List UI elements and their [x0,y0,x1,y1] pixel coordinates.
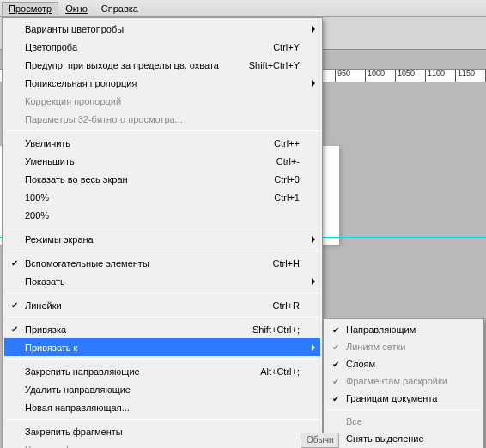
menu-actual-pixels[interactable]: 100%Ctrl+1 [4,188,320,206]
check-icon: ✔ [331,394,341,403]
check-icon: ✔ [331,377,341,386]
menu-pixel-aspect[interactable]: Попиксельная пропорция [4,74,320,92]
menubar: Просмотр Окно Справка [0,0,486,17]
shortcut-text: Ctrl++ [274,138,300,148]
menu-show[interactable]: Показать [4,272,320,290]
check-icon: ✔ [331,325,341,335]
shortcut-text: Alt+Ctrl+; [260,366,300,377]
menu-separator [6,293,319,294]
menubar-help[interactable]: Справка [94,2,145,15]
menu-extras[interactable]: ✔Вспомогательные элементыCtrl+H [4,254,320,272]
check-icon: ✔ [9,300,20,310]
shortcut-text: Ctrl+- [276,156,300,166]
submenu-grid: ✔Линиям сетки [325,338,482,355]
menu-snap-to[interactable]: Привязать к [4,338,320,356]
submenu-guides[interactable]: ✔Направляющим [325,321,482,338]
ruler-tick: 1150 [455,70,475,82]
menu-separator [6,251,319,251]
menu-separator [6,317,319,318]
menu-32bit-options: Параметры 32-битного просмотра... [4,110,320,128]
check-icon: ✔ [9,324,20,334]
menubar-window[interactable]: Окно [58,2,94,15]
submenu-slices: ✔Фрагментам раскройки [325,372,482,390]
shortcut-text: Ctrl+Y [273,42,300,52]
status-text: Обычн [307,435,333,445]
check-icon: ✔ [331,342,341,352]
submenu-none[interactable]: Снять выделение [325,430,482,447]
shortcut-text: Shift+Ctrl+Y [249,60,300,70]
menu-snap[interactable]: ✔ПривязкаShift+Ctrl+; [4,320,320,338]
menu-separator [6,359,319,360]
shortcut-text: Ctrl+0 [274,174,300,185]
ruler-tick: 1050 [395,70,415,82]
ruler-tick: 1000 [365,70,385,82]
submenu-arrow-icon [312,236,315,243]
check-icon: ✔ [331,360,341,369]
menu-zoom-in[interactable]: УвеличитьCtrl++ [4,134,320,152]
menu-separator [6,130,319,131]
submenu-layers[interactable]: ✔Слоям [325,355,482,372]
menu-separator [6,419,319,420]
menu-separator [6,227,319,227]
submenu-arrow-icon [312,278,315,285]
menu-separator [327,409,480,410]
menu-proof-colors[interactable]: ЦветопробаCtrl+Y [4,38,320,56]
submenu-arrow-icon [312,80,315,87]
submenu-arrow-icon [312,344,315,351]
menu-fit-screen[interactable]: Показать во весь экранCtrl+0 [4,170,320,188]
check-icon: ✔ [9,258,20,268]
ruler-tick: 950 [335,70,350,82]
submenu-all: Все [325,413,482,430]
menu-rulers[interactable]: ✔ЛинейкиCtrl+R [4,296,320,314]
status-bar: Обычн [301,433,339,448]
submenu-arrow-icon [312,26,315,33]
menu-new-guide[interactable]: Новая направляющая... [4,398,320,416]
snap-to-submenu: ✔Направляющим ✔Линиям сетки ✔Слоям ✔Фраг… [323,318,484,448]
menu-zoom-200[interactable]: 200% [4,206,320,224]
shortcut-text: Ctrl+1 [274,192,300,203]
shortcut-text: Ctrl+R [273,300,300,311]
menu-screen-modes[interactable]: Режимы экрана [4,230,320,248]
menu-aspect-correction: Коррекция пропорций [4,92,320,110]
menu-clear-guides[interactable]: Удалить направляющие [4,380,320,398]
submenu-doc-bounds[interactable]: ✔Границам документа [325,390,482,407]
menu-lock-guides[interactable]: Закрепить направляющиеAlt+Ctrl+; [4,362,320,380]
menubar-view[interactable]: Просмотр [2,2,58,15]
menu-lock-slices[interactable]: Закрепить фрагменты [4,422,320,440]
view-menu-dropdown: Варианты цветопробы ЦветопробаCtrl+Y Пре… [2,17,323,448]
menu-gamut-warning[interactable]: Предупр. при выходе за пределы цв. охват… [4,56,320,74]
ruler-tick: 1100 [425,70,445,82]
menu-proof-setup[interactable]: Варианты цветопробы [4,20,320,38]
menu-clear-slices: Удалить фрагменты [4,440,320,448]
menu-zoom-out[interactable]: УменьшитьCtrl+- [4,152,320,170]
shortcut-text: Ctrl+H [273,258,300,269]
shortcut-text: Shift+Ctrl+; [252,324,300,335]
